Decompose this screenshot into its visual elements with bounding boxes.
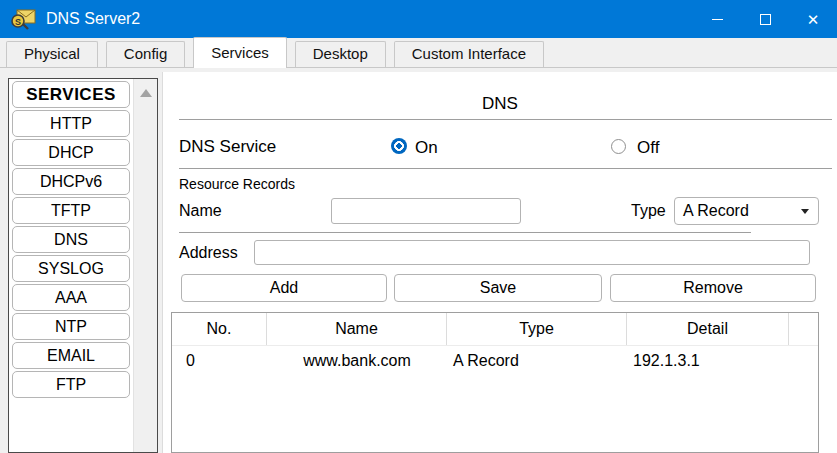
table-row[interactable]: 0www.bank.comA Record192.1.3.1 bbox=[172, 346, 818, 376]
column-header-detail: Detail bbox=[627, 313, 789, 345]
services-list: SERVICESHTTPDHCPDHCPv6TFTPDNSSYSLOGAAANT… bbox=[9, 79, 133, 400]
dns-server-window: S DNS Server2 ✕ PhysicalConfigServicesDe… bbox=[0, 0, 837, 453]
column-header-no: No. bbox=[172, 313, 267, 345]
records-table-body: 0www.bank.comA Record192.1.3.1 bbox=[172, 346, 818, 376]
column-header-type: Type bbox=[447, 313, 627, 345]
sidebar-item-ftp[interactable]: FTP bbox=[12, 371, 130, 398]
tab-config[interactable]: Config bbox=[106, 41, 185, 67]
sidebar-scrollbar[interactable] bbox=[133, 79, 157, 452]
window-title: DNS Server2 bbox=[46, 10, 140, 28]
chevron-down-icon bbox=[801, 209, 809, 214]
column-header-name: Name bbox=[267, 313, 447, 345]
sidebar-header-services: SERVICES bbox=[12, 81, 130, 108]
name-input[interactable] bbox=[331, 198, 521, 224]
maximize-button[interactable] bbox=[741, 0, 789, 38]
tab-desktop[interactable]: Desktop bbox=[295, 41, 386, 67]
svg-text:S: S bbox=[15, 17, 21, 27]
type-dropdown-value: A Record bbox=[683, 202, 749, 220]
minimize-icon bbox=[712, 19, 723, 20]
minimize-button[interactable] bbox=[693, 0, 741, 38]
type-label: Type bbox=[631, 202, 666, 220]
dns-service-on-label[interactable]: On bbox=[415, 138, 438, 158]
sidebar-item-dhcpv6[interactable]: DHCPv6 bbox=[12, 168, 130, 195]
panel-heading: DNS bbox=[163, 94, 837, 114]
table-cell: www.bank.com bbox=[267, 352, 447, 370]
close-button[interactable]: ✕ bbox=[789, 0, 837, 38]
dns-service-on-radio[interactable] bbox=[391, 138, 407, 154]
table-cell: 192.1.3.1 bbox=[627, 352, 789, 370]
records-table: No.NameTypeDetail 0www.bank.comA Record1… bbox=[171, 312, 819, 453]
add-button[interactable]: Add bbox=[181, 274, 387, 302]
save-button[interactable]: Save bbox=[394, 274, 602, 302]
divider bbox=[179, 119, 832, 120]
sidebar-item-ntp[interactable]: NTP bbox=[12, 313, 130, 340]
remove-button[interactable]: Remove bbox=[610, 274, 816, 302]
dns-service-off-label[interactable]: Off bbox=[637, 138, 659, 158]
window-controls: ✕ bbox=[693, 0, 837, 38]
address-label: Address bbox=[179, 244, 238, 262]
close-icon: ✕ bbox=[807, 12, 820, 27]
name-label: Name bbox=[179, 202, 222, 220]
sidebar-item-http[interactable]: HTTP bbox=[12, 110, 130, 137]
title-bar: S DNS Server2 ✕ bbox=[0, 0, 837, 38]
type-dropdown[interactable]: A Record bbox=[674, 197, 819, 225]
scroll-up-arrow-icon[interactable] bbox=[140, 89, 152, 97]
column-header-spacer bbox=[789, 313, 818, 345]
sidebar-item-tftp[interactable]: TFTP bbox=[12, 197, 130, 224]
address-input[interactable] bbox=[254, 240, 810, 265]
sidebar-item-syslog[interactable]: SYSLOG bbox=[12, 255, 130, 282]
tab-physical[interactable]: Physical bbox=[6, 41, 98, 67]
dns-service-off-radio[interactable] bbox=[611, 139, 626, 154]
maximize-icon bbox=[760, 14, 771, 25]
tab-bar: PhysicalConfigServicesDesktopCustom Inte… bbox=[0, 38, 837, 68]
sidebar-item-aaa[interactable]: AAA bbox=[12, 284, 130, 311]
services-sidebar: SERVICESHTTPDHCPDHCPv6TFTPDNSSYSLOGAAANT… bbox=[8, 78, 158, 453]
dns-service-label: DNS Service bbox=[179, 137, 276, 157]
dns-service-panel: DNS DNS Service On Off Resource Records … bbox=[162, 72, 837, 453]
divider bbox=[179, 232, 751, 233]
sidebar-item-dns[interactable]: DNS bbox=[12, 226, 130, 253]
packet-tracer-envelope-icon: S bbox=[10, 8, 37, 31]
divider bbox=[179, 168, 832, 169]
resource-records-label: Resource Records bbox=[179, 176, 295, 192]
sidebar-item-dhcp[interactable]: DHCP bbox=[12, 139, 130, 166]
sidebar-item-email[interactable]: EMAIL bbox=[12, 342, 130, 369]
table-cell: A Record bbox=[447, 352, 627, 370]
table-cell: 0 bbox=[172, 352, 267, 370]
tab-services[interactable]: Services bbox=[193, 37, 287, 68]
records-table-header: No.NameTypeDetail bbox=[172, 313, 818, 346]
tab-custom-interface[interactable]: Custom Interface bbox=[394, 41, 544, 67]
